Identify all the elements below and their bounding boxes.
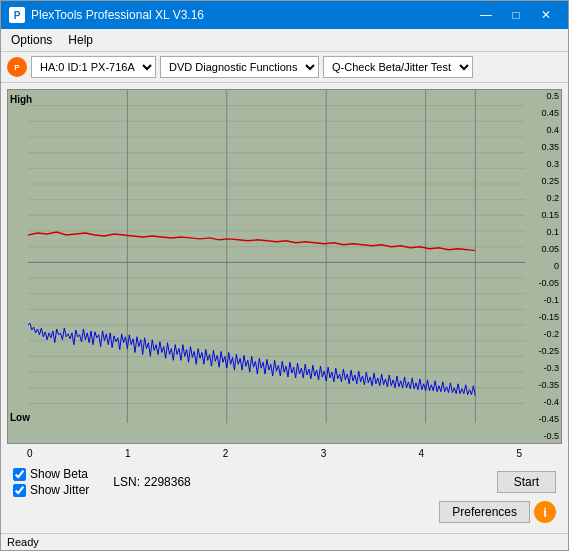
x-axis: 0 1 2 3 4 5 <box>7 448 524 459</box>
start-button[interactable]: Start <box>497 471 556 493</box>
x-tick-1: 1 <box>125 448 131 459</box>
status-bar: Ready <box>1 533 568 550</box>
checkbox-group: Show Beta Show Jitter <box>13 467 89 497</box>
show-beta-row: Show Beta <box>13 467 89 481</box>
show-jitter-checkbox[interactable] <box>13 484 26 497</box>
minimize-button[interactable]: — <box>472 5 500 25</box>
x-tick-3: 3 <box>321 448 327 459</box>
x-tick-2: 2 <box>223 448 229 459</box>
close-button[interactable]: ✕ <box>532 5 560 25</box>
y-axis-right: 0.5 0.45 0.4 0.35 0.3 0.25 0.2 0.15 0.1 … <box>525 90 561 443</box>
window-title: PlexTools Professional XL V3.16 <box>31 8 472 22</box>
test-selector[interactable]: Q-Check Beta/Jitter Test <box>323 56 473 78</box>
menu-help[interactable]: Help <box>62 31 99 49</box>
device-selector[interactable]: HA:0 ID:1 PX-716A <box>31 56 156 78</box>
lsn-value: 2298368 <box>144 475 191 489</box>
main-window: P PlexTools Professional XL V3.16 — □ ✕ … <box>0 0 569 551</box>
app-icon: P <box>9 7 25 23</box>
controls-row: Show Beta Show Jitter LSN: 2298368 Start <box>13 467 556 497</box>
show-beta-label: Show Beta <box>30 467 88 481</box>
y-label-low: Low <box>10 412 30 423</box>
menu-bar: Options Help <box>1 29 568 52</box>
bottom-panel: Show Beta Show Jitter LSN: 2298368 Start <box>7 463 562 527</box>
show-beta-checkbox[interactable] <box>13 468 26 481</box>
x-tick-5: 5 <box>516 448 522 459</box>
lsn-area: LSN: 2298368 <box>113 475 190 489</box>
toolbar: P HA:0 ID:1 PX-716A DVD Diagnostic Funct… <box>1 52 568 83</box>
status-text: Ready <box>7 536 39 548</box>
x-tick-0: 0 <box>27 448 33 459</box>
x-tick-4: 4 <box>419 448 425 459</box>
bottom-actions: Preferences i <box>13 501 556 523</box>
info-button[interactable]: i <box>534 501 556 523</box>
menu-options[interactable]: Options <box>5 31 58 49</box>
show-jitter-label: Show Jitter <box>30 483 89 497</box>
show-jitter-row: Show Jitter <box>13 483 89 497</box>
lsn-label: LSN: <box>113 475 140 489</box>
chart-area: High Low <box>7 89 562 444</box>
title-bar: P PlexTools Professional XL V3.16 — □ ✕ <box>1 1 568 29</box>
preferences-button[interactable]: Preferences <box>439 501 530 523</box>
window-controls: — □ ✕ <box>472 5 560 25</box>
device-icon: P <box>7 57 27 77</box>
chart-svg <box>28 90 525 423</box>
function-selector[interactable]: DVD Diagnostic Functions <box>160 56 319 78</box>
main-content: High Low <box>1 83 568 533</box>
maximize-button[interactable]: □ <box>502 5 530 25</box>
